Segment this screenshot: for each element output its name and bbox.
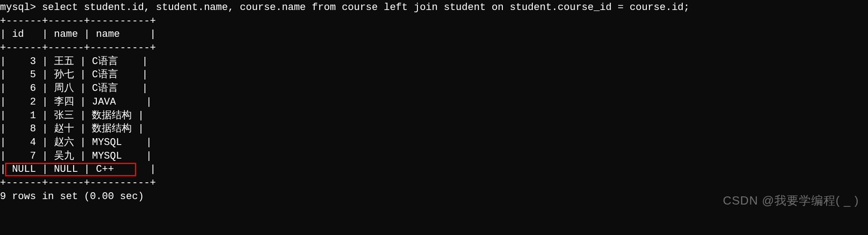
- mysql-prompt: mysql>: [0, 2, 42, 13]
- table-top-border: +------+------+----------+: [0, 15, 868, 28]
- sql-query: select student.id, student.name, course.…: [42, 2, 689, 13]
- csdn-watermark: CSDN @我要学编程( _ ): [723, 193, 859, 209]
- table-row: | 3 | 王五 | C语言 |: [0, 55, 868, 69]
- table-header-border: +------+------+----------+: [0, 41, 868, 55]
- table-row: | NULL | NULL | C++ |: [0, 163, 868, 176]
- table-row: | 8 | 赵十 | 数据结构 |: [0, 122, 868, 136]
- table-row: | 1 | 张三 | 数据结构 |: [0, 109, 868, 123]
- sql-prompt-line[interactable]: mysql> select student.id, student.name, …: [0, 1, 868, 15]
- table-row: | 4 | 赵六 | MYSQL |: [0, 136, 868, 150]
- table-row: | 2 | 李四 | JAVA |: [0, 95, 868, 109]
- table-row: | 6 | 周八 | C语言 |: [0, 82, 868, 95]
- table-header-row: | id | name | name |: [0, 28, 868, 41]
- table-row: | 5 | 孙七 | C语言 |: [0, 68, 868, 82]
- table-bottom-border: +------+------+----------+: [0, 176, 868, 190]
- table-row: | 7 | 吴九 | MYSQL |: [0, 150, 868, 163]
